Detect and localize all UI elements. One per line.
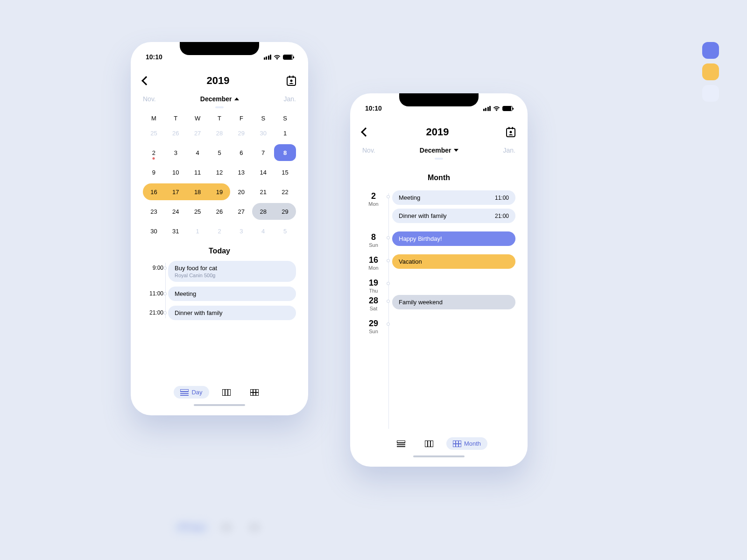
current-month[interactable]: December — [200, 95, 240, 103]
weekday-label: S — [274, 115, 296, 122]
agenda-item[interactable]: 11:00Meeting — [168, 287, 296, 301]
calendar-day[interactable]: 10 — [165, 164, 187, 181]
calendar-day[interactable]: 3 — [230, 223, 252, 239]
calendar-day[interactable]: 3 — [165, 144, 187, 161]
swatch-light — [702, 85, 719, 102]
status-time: 10:10 — [146, 53, 162, 61]
weekday-label: W — [187, 115, 209, 122]
calendar-day[interactable]: 9 — [143, 164, 165, 181]
month-indicator — [435, 158, 443, 160]
calendar-day[interactable]: 21 — [252, 183, 274, 200]
agenda-item[interactable]: 21:00Dinner with family — [168, 306, 296, 320]
calendar-day[interactable]: 23 — [143, 203, 165, 220]
calendar-day[interactable]: 28 — [209, 125, 231, 141]
contact-icon[interactable] — [287, 76, 296, 86]
calendar-day[interactable]: 6 — [230, 144, 252, 161]
week-view-icon — [425, 441, 433, 447]
calendar-day[interactable]: 26 — [165, 125, 187, 141]
calendar-day[interactable]: 27 — [187, 125, 209, 141]
calendar-day[interactable]: 29 — [230, 125, 252, 141]
day-view-icon — [397, 441, 405, 447]
calendar-day[interactable]: 16 — [143, 183, 165, 200]
calendar-day[interactable]: 4 — [187, 144, 209, 161]
calendar-day[interactable]: 11 — [187, 164, 209, 181]
agenda-item[interactable]: 9:00Buy food for catRoyal Canin 500g — [168, 261, 296, 282]
calendar-day[interactable]: 26 — [209, 203, 231, 220]
calendar-day[interactable]: 24 — [165, 203, 187, 220]
event-time: 11:00 — [495, 195, 509, 201]
prev-month[interactable]: Nov. — [143, 95, 156, 103]
prev-month[interactable]: Nov. — [362, 147, 375, 154]
calendar-day[interactable]: 2 — [209, 223, 231, 239]
weekday-label: T — [209, 115, 231, 122]
status-time: 10:10 — [365, 105, 382, 112]
view-day-button[interactable] — [390, 437, 412, 450]
calendar-day[interactable]: 1 — [274, 125, 296, 141]
calendar-day[interactable]: 31 — [165, 223, 187, 239]
calendar-day[interactable]: 5 — [274, 223, 296, 239]
timeline-dot — [387, 300, 390, 303]
calendar-day[interactable]: 2 — [143, 144, 165, 161]
view-week-button[interactable] — [418, 437, 440, 450]
month-section-title: Month — [362, 174, 515, 182]
current-month[interactable]: December — [420, 147, 459, 154]
agenda-title: Dinner with family — [175, 309, 289, 316]
event-pill[interactable]: Vacation — [392, 254, 515, 269]
calendar-day[interactable]: 12 — [209, 164, 231, 181]
calendar-day[interactable]: 1 — [187, 223, 209, 239]
timeline-dot — [387, 195, 390, 198]
agenda-pill: Dinner with family — [168, 306, 296, 320]
timeline-dot — [387, 282, 390, 285]
agenda-subtitle: Royal Canin 500g — [175, 273, 289, 278]
battery-icon — [283, 55, 293, 60]
home-indicator — [194, 404, 245, 406]
view-month-button[interactable]: Month — [446, 437, 487, 450]
chevron-up-icon — [234, 98, 239, 100]
month-view-icon — [453, 441, 461, 447]
event-pill[interactable]: Meeting11:00 — [392, 190, 515, 205]
svg-rect-7 — [222, 389, 231, 396]
event-pill[interactable]: Dinner with family21:00 — [392, 209, 515, 223]
month-nav: Nov. December Jan. — [143, 95, 296, 103]
calendar-day[interactable]: 25 — [143, 125, 165, 141]
svg-rect-4 — [180, 389, 189, 392]
agenda-title: Meeting — [175, 290, 289, 297]
calendar-day[interactable]: 4 — [252, 223, 274, 239]
back-icon[interactable] — [361, 127, 370, 137]
calendar-day[interactable]: 8 — [274, 144, 296, 161]
event-pill[interactable]: Family weekend — [392, 295, 515, 309]
calendar-day[interactable]: 19 — [209, 183, 231, 200]
calendar-day[interactable]: 25 — [187, 203, 209, 220]
calendar-day[interactable]: 7 — [252, 144, 274, 161]
calendar-day[interactable]: 20 — [230, 183, 252, 200]
calendar-day[interactable]: 30 — [252, 125, 274, 141]
calendar-day[interactable]: 30 — [143, 223, 165, 239]
chevron-down-icon — [454, 149, 458, 152]
calendar-day[interactable]: 14 — [252, 164, 274, 181]
next-month[interactable]: Jan. — [284, 95, 296, 103]
view-week-button[interactable] — [216, 386, 237, 399]
calendar-day[interactable]: 18 — [187, 183, 209, 200]
month-entry: 8SunHappy Birthday! — [392, 231, 515, 246]
back-icon[interactable] — [141, 76, 151, 85]
svg-rect-16 — [512, 127, 513, 129]
calendar-day[interactable]: 13 — [230, 164, 252, 181]
calendar-day[interactable]: 17 — [165, 183, 187, 200]
calendar-day[interactable]: 5 — [209, 144, 231, 161]
next-month[interactable]: Jan. — [503, 147, 515, 154]
timeline-dot — [387, 322, 390, 326]
calendar-day[interactable]: 29 — [274, 203, 296, 220]
timeline-dot — [163, 292, 167, 295]
day-view-icon — [180, 389, 189, 396]
view-day-button[interactable]: Day — [174, 386, 209, 399]
svg-rect-28 — [180, 524, 189, 526]
calendar-day[interactable]: 28 — [252, 203, 274, 220]
calendar-day[interactable]: 22 — [274, 183, 296, 200]
event-pill[interactable]: Happy Birthday! — [392, 231, 515, 246]
calendar-day[interactable]: 15 — [274, 164, 296, 181]
svg-rect-15 — [508, 127, 510, 129]
color-palette — [702, 42, 719, 102]
view-month-button[interactable] — [244, 386, 265, 399]
calendar-day[interactable]: 27 — [230, 203, 252, 220]
contact-icon[interactable] — [506, 127, 515, 137]
